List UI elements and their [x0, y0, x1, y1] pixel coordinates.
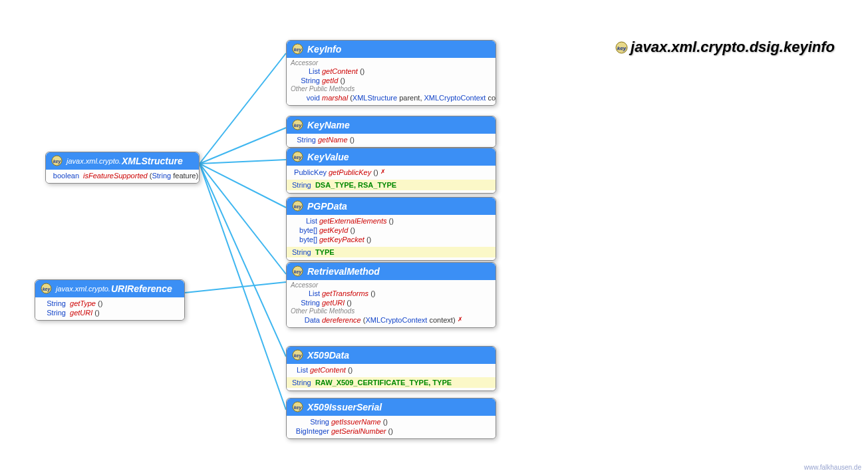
svg-line-1 — [200, 128, 286, 164]
svg-text:key: key — [617, 45, 627, 51]
svg-line-4 — [200, 164, 286, 274]
class-x509issuerserial: keyX509IssuerSerial StringgetIssuerName … — [286, 398, 496, 439]
svg-text:key: key — [294, 123, 303, 128]
svg-text:key: key — [294, 155, 303, 160]
class-name: KeyValue — [307, 152, 349, 162]
class-name: PGPData — [307, 201, 347, 212]
svg-text:key: key — [294, 269, 303, 275]
svg-text:key: key — [53, 159, 62, 164]
class-name: XMLStructure — [122, 156, 183, 166]
footer-link[interactable]: www.falkhausen.de — [804, 464, 861, 471]
class-urireference: key javax.xml.crypto.URIReference String… — [35, 279, 185, 321]
key-icon: key — [292, 349, 303, 361]
class-x509data: keyX509Data ListgetContent () String RAW… — [286, 346, 496, 391]
package-prefix: javax.xml.crypto. — [56, 285, 110, 293]
svg-line-5 — [200, 164, 286, 357]
svg-line-6 — [200, 164, 286, 410]
class-pgpdata: keyPGPData ListgetExternalElements () by… — [286, 197, 496, 261]
class-name: RetrievalMethod — [307, 266, 380, 277]
key-icon: key — [292, 43, 303, 55]
method-row: boolean isFeatureSupported (String featu… — [46, 171, 199, 180]
class-keyname: keyKeyName StringgetName () — [286, 116, 496, 148]
svg-text:key: key — [294, 405, 303, 410]
key-icon: key — [615, 41, 628, 54]
class-name: KeyName — [307, 120, 350, 130]
key-icon: key — [51, 155, 63, 166]
svg-line-0 — [200, 53, 286, 164]
svg-line-2 — [200, 160, 286, 164]
constants-row: String RAW_X509_CERTIFICATE_TYPE, TYPE — [287, 377, 496, 388]
svg-text:key: key — [294, 47, 303, 53]
class-keyvalue: keyKeyValue PublicKeygetPublicKey () ✗ S… — [286, 148, 496, 194]
svg-line-3 — [200, 164, 286, 208]
class-xmlstructure: key javax.xml.crypto.XMLStructure boolea… — [45, 152, 200, 184]
class-header: key KeyInfo — [287, 41, 496, 58]
svg-text:key: key — [43, 287, 51, 292]
key-icon: key — [292, 151, 303, 162]
svg-text:key: key — [294, 353, 303, 359]
key-icon: key — [292, 265, 303, 277]
class-header: key javax.xml.crypto.URIReference — [35, 280, 184, 297]
class-name: X509IssuerSerial — [307, 402, 382, 412]
section-label: Accessor — [287, 59, 496, 67]
package-title-text: javax.xml.crypto.dsig.keyinfo — [631, 39, 835, 55]
return-type: boolean — [51, 171, 79, 180]
constants-row: String DSA_TYPE, RSA_TYPE — [287, 180, 496, 190]
svg-text:key: key — [294, 204, 303, 210]
constants-row: String TYPE — [287, 247, 496, 257]
package-prefix: javax.xml.crypto. — [67, 157, 121, 165]
svg-line-7 — [185, 282, 286, 293]
class-keyinfo: key KeyInfo Accessor ListgetContent () S… — [286, 40, 496, 106]
class-name: X509Data — [307, 350, 349, 361]
method-name: isFeatureSupported — [83, 172, 148, 180]
class-header: key javax.xml.crypto.XMLStructure — [46, 152, 199, 170]
key-icon: key — [292, 401, 303, 412]
package-title: key javax.xml.crypto.dsig.keyinfo — [615, 39, 835, 56]
key-icon: key — [41, 283, 52, 294]
section-label: Other Public Methods — [287, 85, 496, 92]
class-name: URIReference — [111, 283, 172, 294]
key-icon: key — [292, 200, 303, 212]
method-row: String getURI () — [35, 308, 184, 317]
class-name: KeyInfo — [307, 44, 341, 55]
method-row: String getType () — [35, 299, 184, 308]
class-retrievalmethod: keyRetrievalMethod Accessor ListgetTrans… — [286, 262, 496, 328]
key-icon: key — [292, 119, 303, 130]
